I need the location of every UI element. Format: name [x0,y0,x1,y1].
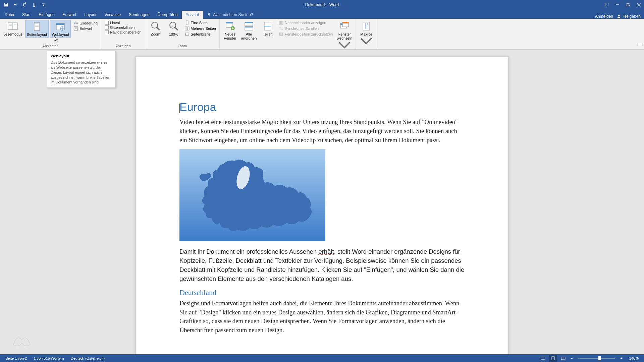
heading-deutschland[interactable]: Deutschland [179,288,465,297]
tab-ueberpruefen[interactable]: Überprüfen [154,11,182,19]
tab-datei[interactable]: Datei [1,11,18,19]
zoom-out-button[interactable]: − [569,356,574,360]
gitternetzlinien-checkbox[interactable]: Gitternetzlinien [105,25,142,29]
heading-europa[interactable]: Europa [179,101,465,114]
eine-seite-icon [185,20,190,25]
document-area[interactable]: Europa Video bietet eine leistungsstarke… [0,50,644,354]
tab-entwurf[interactable]: Entwurf [59,11,80,19]
paragraph-2[interactable]: Damit Ihr Dokument ein professionelles A… [179,247,465,283]
touch-mode-icon[interactable] [31,1,38,8]
svg-rect-51 [342,22,348,23]
mehrere-seiten-button[interactable]: Mehrere Seiten [183,26,217,31]
navigationsbereich-checkbox[interactable]: Navigationsbereich [105,30,142,34]
tooltip-title: Weblayout [51,54,112,58]
zoom-icon [150,21,161,32]
makros-button[interactable]: Makros [358,20,375,48]
status-words[interactable]: 1 von 515 Wörtern [30,356,67,360]
alle-anordnen-button[interactable]: Alle anordnen [240,20,258,41]
svg-rect-22 [74,23,75,24]
eine-seite-button[interactable]: Eine Seite [183,20,217,25]
document-page[interactable]: Europa Video bietet eine leistungsstarke… [136,57,508,354]
europe-map-image[interactable] [179,149,325,241]
seitenbreite-button[interactable]: Seitenbreite [183,32,217,37]
freigeben-button[interactable]: Freigeben [616,14,641,19]
svg-rect-37 [226,22,233,23]
close-icon[interactable] [634,0,644,9]
svg-rect-32 [186,21,188,25]
svg-rect-52 [363,22,370,30]
seitenlayout-button[interactable]: Seitenlayout [25,20,49,38]
zoom-button[interactable]: Zoom [147,20,164,37]
window-controls [602,0,644,9]
tab-ansicht[interactable]: Ansicht [182,11,203,19]
chevron-down-icon [361,36,372,47]
zoom-100-button[interactable]: 1 100% [165,20,182,37]
neues-fenster-button[interactable]: Neues Fenster [222,20,238,41]
document-title: Dokument1 - Word [305,2,339,7]
group-label-zoom: Zoom [147,43,217,49]
weblayout-button[interactable]: Weblayout [50,20,71,38]
gliederung-icon [73,21,78,25]
paragraph-3[interactable]: Designs und Formatvorlagen helfen auch d… [179,299,465,335]
synchrones-icon [279,26,283,31]
nebeneinander-icon [279,20,283,25]
svg-rect-23 [76,23,78,24]
tab-verweise[interactable]: Verweise [100,11,125,19]
svg-rect-2 [627,4,629,6]
lineal-checkbox[interactable]: Lineal [105,21,142,25]
lesemodus-icon [7,21,18,32]
tab-layout[interactable]: Layout [80,11,100,19]
qat-customize-icon[interactable] [40,1,47,8]
collapse-ribbon-icon[interactable] [638,42,642,48]
view-weblayout-icon[interactable] [559,355,567,362]
tell-me-search[interactable]: Was möchten Sie tun? [203,11,257,19]
status-language[interactable]: Deutsch (Österreich) [67,356,108,360]
svg-rect-16 [56,23,64,25]
fensterposition-icon [279,32,283,37]
seitenlayout-icon [32,21,42,32]
zoom-slider[interactable] [578,358,615,359]
view-lesemodus-icon[interactable] [539,355,547,362]
ribbon-content: Lesemodus Seitenlayout Weblayout Glieder… [0,19,644,50]
svg-rect-21 [75,22,78,22]
zoom-level[interactable]: 140% [626,356,642,360]
neues-fenster-icon [225,21,235,32]
share-icon [616,14,621,19]
group-label-anzeigen: Anzeigen [103,43,143,49]
restore-icon[interactable] [623,0,633,9]
ribbon-display-icon[interactable] [602,0,612,9]
svg-rect-57 [561,357,565,360]
quick-access-toolbar [0,1,47,8]
zoom-100-icon: 1 [168,21,179,32]
nebeneinander-button: Nebeneinander anzeigen [277,20,334,25]
group-ansichten: Lesemodus Seitenlayout Weblayout Glieder… [0,19,101,49]
tab-sendungen[interactable]: Sendungen [125,11,153,19]
svg-rect-33 [185,27,187,30]
anmelden-link[interactable]: Anmelden [595,14,613,19]
svg-rect-42 [245,26,253,27]
paragraph-1[interactable]: Video bietet eine leistungsstarke Möglic… [179,118,465,144]
teilen-button[interactable]: Teilen [259,20,276,37]
redo-icon[interactable] [21,1,28,8]
group-label-ansichten: Ansichten [2,43,99,49]
svg-line-30 [175,27,178,30]
svg-rect-47 [279,33,283,36]
tab-start[interactable]: Start [18,11,35,19]
svg-point-27 [152,22,158,28]
entwurf-icon [73,26,78,31]
tab-einfuegen[interactable]: Einfügen [35,11,58,19]
minimize-icon[interactable] [612,0,623,9]
undo-icon[interactable] [12,1,19,8]
save-icon[interactable] [3,1,9,8]
svg-rect-46 [281,21,283,24]
svg-line-28 [157,27,160,30]
teilen-icon [262,21,273,32]
fenster-wechseln-button[interactable]: Fenster wechseln [335,20,354,52]
gliederung-button[interactable]: Gliederung [73,21,98,25]
lesemodus-button[interactable]: Lesemodus [2,20,24,37]
zoom-in-button[interactable]: + [619,356,624,360]
status-page[interactable]: Seite 1 von 2 [2,356,30,360]
spellcheck-error[interactable]: erhält [318,248,334,255]
view-seitenlayout-icon[interactable] [549,355,557,362]
entwurf-button[interactable]: Entwurf [73,26,98,31]
